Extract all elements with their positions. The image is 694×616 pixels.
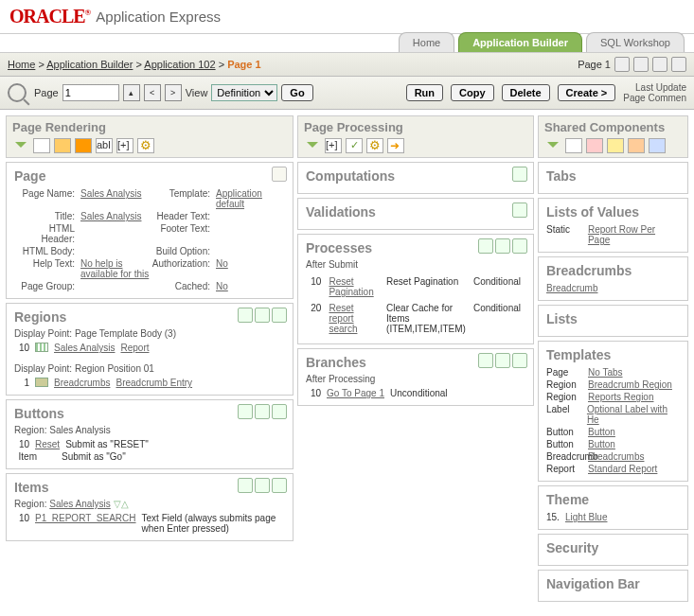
process-pr-icon[interactable]: [137, 138, 154, 153]
breadcrumb-link[interactable]: Breadcrumb: [546, 283, 597, 293]
go-button[interactable]: Go: [281, 84, 312, 101]
add-process-icon[interactable]: [512, 238, 527, 254]
delete-button[interactable]: Delete: [502, 84, 550, 101]
col-shared-components: Shared Components Tabs Lists of Values S…: [538, 115, 688, 602]
computation-icon[interactable]: [+]: [325, 138, 342, 153]
main-tabs: Home Application Builder SQL Workshop: [0, 32, 694, 52]
region-sales-analysis[interactable]: Sales Analysis: [54, 343, 115, 353]
panel-theme: Theme 15.Light Blue: [538, 485, 688, 530]
add-button-icon[interactable]: [272, 404, 287, 419]
copy-button[interactable]: Copy: [451, 84, 494, 101]
branch-goto-page1[interactable]: Go To Page 1: [327, 388, 384, 398]
copy-branch-icon[interactable]: [478, 353, 493, 368]
panel-computations-title: Computations: [306, 168, 525, 184]
edit-region-icon[interactable]: [255, 308, 270, 323]
gear-icon[interactable]: [633, 57, 649, 72]
panel-computations: Computations: [297, 162, 534, 194]
buttons-region-label: Region: Sales Analysis: [14, 425, 285, 435]
view-label: View: [186, 87, 208, 98]
page-rendering-title: Page Rendering: [12, 120, 287, 134]
breadcrumb: Home > Application Builder > Application…: [8, 59, 261, 70]
computation-pr-icon[interactable]: [+]: [116, 138, 133, 153]
run-button[interactable]: Run: [406, 84, 443, 101]
view-select[interactable]: Definition: [211, 84, 277, 101]
page-indicator: Page 1: [578, 59, 611, 70]
panel-theme-title: Theme: [546, 492, 680, 507]
lov-report-row[interactable]: Report Row Per Page: [588, 224, 680, 245]
tab-sql-workshop[interactable]: SQL Workshop: [586, 32, 685, 52]
region-icon[interactable]: [54, 138, 71, 153]
collapse-icon[interactable]: [12, 138, 29, 153]
breadcrumb-entry-link[interactable]: Breadcrumb Entry: [116, 378, 192, 388]
display-point-2: Display Point: Region Position 01: [14, 363, 285, 374]
panel-lov: Lists of Values StaticReport Row Per Pag…: [538, 198, 688, 253]
copy-button-icon[interactable]: [238, 404, 253, 419]
export-icon[interactable]: [671, 57, 686, 72]
create-button[interactable]: Create >: [558, 84, 616, 101]
prev-page-button[interactable]: <: [144, 84, 161, 101]
lists-sc-icon[interactable]: [628, 138, 645, 153]
breadcrumb-region-icon: [35, 378, 48, 387]
lov-sc-icon[interactable]: [586, 138, 603, 153]
panel-items: Items Region: Sales Analysis ▽△ 10P1_REP…: [6, 473, 294, 541]
find-icon[interactable]: [614, 57, 630, 72]
toolbar-info: Last UpdatePage Commen: [623, 82, 686, 103]
collapse-sc-icon[interactable]: [544, 138, 561, 153]
page-number-input[interactable]: [62, 84, 119, 101]
tab-home[interactable]: Home: [399, 32, 454, 52]
panel-breadcrumbs: Breadcrumbs Breadcrumb: [538, 256, 688, 301]
panel-breadcrumbs-title: Breadcrumbs: [546, 263, 680, 278]
page-icon[interactable]: [33, 138, 50, 153]
add-computation-icon[interactable]: [512, 167, 527, 182]
tabs-icon[interactable]: [565, 138, 582, 153]
button-icon[interactable]: [75, 138, 92, 153]
add-branch-icon[interactable]: [512, 353, 527, 368]
add-region-icon[interactable]: [272, 308, 287, 323]
button-reset[interactable]: Reset: [35, 439, 60, 449]
panel-templates-title: Templates: [546, 347, 680, 362]
next-page-button[interactable]: >: [165, 84, 182, 101]
col-page-processing: Page Processing [+] Computations Validat…: [297, 115, 534, 602]
item-icon[interactable]: abl: [96, 138, 113, 153]
copy-region-icon[interactable]: [238, 308, 253, 323]
add-validation-icon[interactable]: [512, 202, 527, 218]
lock-icon[interactable]: [652, 57, 667, 72]
after-processing-label: After Processing: [306, 374, 525, 384]
search-icon[interactable]: [8, 83, 27, 102]
toolbar: Page ▴ < > View Definition Go Run Copy D…: [0, 77, 694, 110]
region-report-link[interactable]: Report: [120, 343, 149, 353]
bc-home[interactable]: Home: [8, 59, 35, 70]
bc-current: Page 1: [227, 59, 260, 70]
bc-app-builder[interactable]: Application Builder: [46, 59, 133, 70]
reorder-icon[interactable]: [131, 500, 150, 507]
panel-templates: Templates PageNo TabsRegionBreadcrumb Re…: [538, 341, 688, 482]
templates-sc-icon[interactable]: [649, 138, 666, 153]
theme-light-blue[interactable]: Light Blue: [565, 512, 607, 522]
edit-branch-icon[interactable]: [495, 353, 510, 368]
validation-icon[interactable]: [346, 138, 363, 153]
edit-item-icon[interactable]: [255, 478, 270, 493]
region-breadcrumbs[interactable]: Breadcrumbs: [54, 378, 110, 388]
process-icon[interactable]: [366, 138, 383, 153]
copy-process-icon[interactable]: [478, 238, 493, 254]
page-label: Page: [34, 87, 59, 98]
page-processing-title: Page Processing: [304, 120, 527, 134]
display-point-1: Display Point: Page Template Body (3): [14, 328, 285, 339]
panel-lov-title: Lists of Values: [546, 204, 680, 220]
tab-application-builder[interactable]: Application Builder: [458, 32, 582, 52]
edit-process-icon[interactable]: [495, 238, 510, 254]
panel-tabs-title: Tabs: [546, 168, 680, 184]
collapse-pp-icon[interactable]: [304, 138, 321, 153]
bc-app-102[interactable]: Application 102: [144, 59, 215, 70]
item-p1-report-search[interactable]: P1_REPORT_SEARCH: [35, 513, 136, 523]
edit-button-icon[interactable]: [255, 404, 270, 419]
panel-security-title: Security: [546, 540, 680, 555]
page-picker-button[interactable]: ▴: [123, 84, 140, 101]
add-item-icon[interactable]: [272, 478, 287, 493]
branch-icon[interactable]: [387, 138, 404, 153]
bc-sc-icon[interactable]: [607, 138, 624, 153]
items-region-link[interactable]: Sales Analysis: [49, 499, 110, 509]
copy-item-icon[interactable]: [238, 478, 253, 493]
edit-page-icon[interactable]: [272, 167, 287, 182]
after-submit-label: After Submit: [306, 259, 525, 270]
